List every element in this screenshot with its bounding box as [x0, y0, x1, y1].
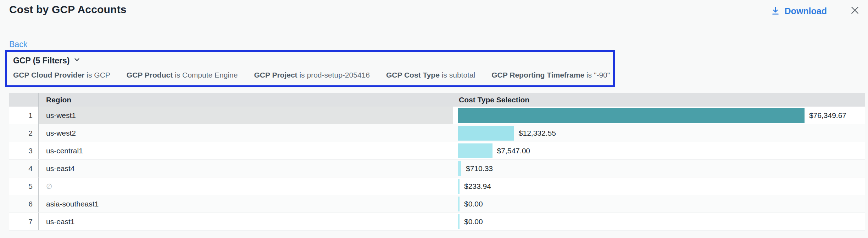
row-number: 2 — [9, 124, 39, 142]
cost-cell[interactable]: $0.00 — [453, 195, 865, 212]
row-number: 5 — [9, 177, 39, 195]
row-number: 6 — [9, 195, 39, 212]
cost-bar — [458, 143, 493, 158]
table-row: 4 us-east4 $710.33 — [9, 160, 865, 177]
cost-bar — [458, 214, 460, 229]
table-row: 6 asia-southeast1 $0.00 — [9, 195, 865, 213]
close-button[interactable] — [850, 5, 860, 17]
table-row: 7 us-east1 $0.00 — [9, 213, 865, 231]
page-title: Cost by GCP Accounts — [9, 4, 127, 16]
cost-bar — [458, 197, 460, 211]
cost-value: $12,332.55 — [519, 129, 556, 137]
cost-bar — [458, 126, 514, 141]
region-cell-null[interactable]: ∅ — [39, 177, 453, 195]
region-cell[interactable]: us-central1 — [39, 142, 453, 159]
filter-box: GCP (5 Filters) GCP Cloud Provider is GC… — [5, 50, 615, 87]
close-icon — [850, 5, 860, 17]
cost-value: $0.00 — [464, 217, 483, 226]
filter-item-product[interactable]: GCP Product is Compute Engine — [127, 71, 238, 79]
cost-value: $710.33 — [466, 164, 493, 173]
cost-cell[interactable]: $76,349.67 — [453, 107, 865, 124]
region-cell[interactable]: us-east4 — [39, 160, 453, 177]
filter-item-cloud-provider[interactable]: GCP Cloud Provider is GCP — [13, 71, 110, 79]
cost-cell[interactable]: $233.94 — [453, 177, 865, 195]
cost-cell[interactable]: $0.00 — [453, 213, 865, 230]
row-number: 4 — [9, 160, 39, 177]
download-label: Download — [785, 6, 827, 16]
filter-summary-dropdown[interactable]: GCP (5 Filters) — [13, 56, 607, 66]
region-cell[interactable]: us-east1 — [39, 213, 453, 230]
download-icon — [770, 6, 780, 16]
download-button[interactable]: Download — [770, 6, 827, 16]
filter-item-project[interactable]: GCP Project is prod-setup-205416 — [254, 71, 369, 79]
filter-item-list: GCP Cloud Provider is GCP GCP Product is… — [13, 71, 607, 79]
region-column-header[interactable]: Region — [39, 93, 453, 107]
filter-summary-label: GCP (5 Filters) — [13, 56, 69, 66]
cost-column-header[interactable]: Cost Type Selection — [453, 93, 865, 107]
header-actions: Download — [770, 5, 860, 17]
cost-value: $7,547.00 — [497, 147, 530, 155]
cost-bar — [458, 161, 461, 176]
row-number-column-header — [9, 93, 39, 107]
table-row: 2 us-west2 $12,332.55 — [9, 124, 865, 142]
cost-value: $76,349.67 — [809, 111, 846, 120]
filter-item-timeframe[interactable]: GCP Reporting Timeframe is "-90" — [491, 71, 610, 79]
row-number: 3 — [9, 142, 39, 159]
region-cell[interactable]: us-west2 — [39, 124, 453, 142]
cost-bar — [458, 179, 460, 194]
cost-value: $233.94 — [464, 182, 491, 191]
cost-bar — [458, 108, 805, 123]
back-link[interactable]: Back — [9, 40, 27, 49]
cost-cell[interactable]: $12,332.55 — [453, 124, 865, 142]
region-cell[interactable]: asia-southeast1 — [39, 195, 453, 212]
row-number: 7 — [9, 213, 39, 230]
cost-table: Region Cost Type Selection 1 us-west1 $7… — [9, 93, 865, 231]
table-row: 3 us-central1 $7,547.00 — [9, 142, 865, 160]
row-number: 1 — [9, 107, 39, 124]
chevron-down-icon — [73, 56, 81, 66]
cost-cell[interactable]: $7,547.00 — [453, 142, 865, 159]
filter-item-cost-type[interactable]: GCP Cost Type is subtotal — [386, 71, 475, 79]
cost-cell[interactable]: $710.33 — [453, 160, 865, 177]
table-row: 1 us-west1 $76,349.67 — [9, 107, 865, 124]
table-header-row: Region Cost Type Selection — [9, 93, 865, 107]
table-row: 5 ∅ $233.94 — [9, 177, 865, 195]
region-cell[interactable]: us-west1 — [39, 107, 453, 124]
cost-value: $0.00 — [464, 200, 483, 208]
